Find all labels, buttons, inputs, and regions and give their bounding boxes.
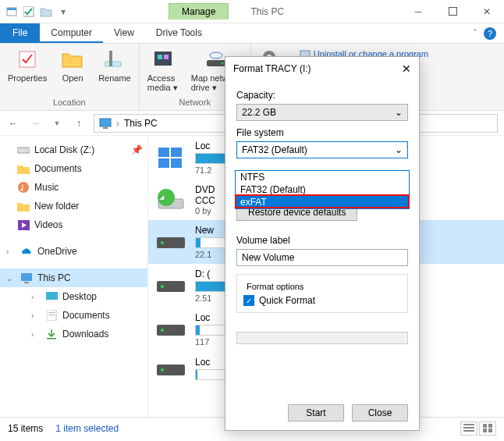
help-icon[interactable]: ? bbox=[484, 27, 496, 40]
dropdown-option-exfat[interactable]: exFAT bbox=[236, 196, 409, 208]
manage-context-tab[interactable]: Manage bbox=[169, 3, 229, 20]
forward-button[interactable]: → bbox=[28, 116, 42, 130]
computer-tab[interactable]: Computer bbox=[40, 23, 103, 43]
dialog-close-button[interactable]: ✕ bbox=[402, 62, 411, 75]
dropdown-option-fat32[interactable]: FAT32 (Default) bbox=[236, 183, 409, 196]
qat-folder-icon[interactable] bbox=[37, 3, 55, 20]
svg-rect-30 bbox=[48, 315, 55, 315]
properties-button[interactable]: Properties bbox=[3, 45, 51, 98]
hdd-icon bbox=[154, 316, 187, 343]
app-icon[interactable] bbox=[3, 3, 20, 20]
svg-rect-31 bbox=[47, 338, 56, 340]
collapse-ribbon-icon[interactable]: ˄ bbox=[473, 28, 477, 39]
access-media-button[interactable]: Access media ▾ bbox=[143, 45, 183, 98]
details-view-button[interactable] bbox=[460, 421, 477, 436]
expand-icon[interactable]: › bbox=[31, 311, 41, 320]
start-button[interactable]: Start bbox=[288, 404, 344, 421]
capacity-label: Capacity: bbox=[236, 90, 408, 101]
qat-checkbox-icon[interactable] bbox=[20, 3, 37, 20]
nav-onedrive[interactable]: ›OneDrive bbox=[0, 242, 147, 261]
nav-videos[interactable]: Videos bbox=[0, 215, 147, 234]
svg-rect-35 bbox=[171, 158, 182, 168]
filesystem-label: File system bbox=[236, 127, 408, 138]
access-media-label: Access media ▾ bbox=[147, 73, 179, 93]
hdd-icon bbox=[154, 272, 187, 299]
close-button[interactable]: ✕ bbox=[470, 0, 504, 23]
progress-bar bbox=[236, 332, 408, 344]
svg-rect-3 bbox=[449, 8, 456, 16]
expand-icon[interactable]: › bbox=[6, 247, 16, 256]
large-icons-view-button[interactable] bbox=[479, 421, 496, 436]
svg-rect-33 bbox=[171, 148, 182, 157]
music-icon bbox=[17, 181, 30, 194]
svg-point-43 bbox=[161, 329, 164, 332]
view-tab[interactable]: View bbox=[103, 23, 145, 43]
open-label: Open bbox=[62, 73, 83, 83]
svg-rect-5 bbox=[105, 62, 121, 66]
expand-icon[interactable]: › bbox=[31, 293, 41, 301]
quick-format-checkbox[interactable]: ✓ Quick Format bbox=[243, 295, 401, 306]
svg-rect-8 bbox=[158, 55, 162, 59]
nav-documents2[interactable]: ›Documents bbox=[0, 306, 147, 325]
dropdown-option-ntfs[interactable]: NTFS bbox=[236, 171, 409, 183]
svg-rect-49 bbox=[483, 424, 487, 428]
window-buttons: ─ ✕ bbox=[401, 0, 504, 23]
svg-rect-52 bbox=[488, 429, 492, 432]
folder-icon bbox=[17, 200, 30, 212]
filesystem-select[interactable]: FAT32 (Default)⌄ bbox=[236, 141, 408, 158]
nav-desktop[interactable]: ›Desktop bbox=[0, 287, 147, 306]
svg-rect-46 bbox=[463, 424, 474, 425]
window-title: This PC bbox=[250, 6, 284, 17]
hdd-icon bbox=[154, 229, 187, 255]
rename-button[interactable]: Rename bbox=[94, 45, 136, 98]
nav-this-pc[interactable]: ⌄This PC bbox=[0, 269, 147, 287]
svg-rect-21 bbox=[17, 148, 30, 153]
nav-music[interactable]: Music bbox=[0, 178, 147, 197]
onedrive-icon bbox=[20, 245, 33, 258]
qat-dropdown-icon[interactable]: ▾ bbox=[55, 3, 72, 20]
drive-tools-tab[interactable]: Drive Tools bbox=[145, 23, 213, 43]
svg-point-12 bbox=[210, 52, 222, 59]
quick-access-toolbar: ▾ bbox=[0, 3, 75, 20]
svg-rect-29 bbox=[48, 312, 55, 313]
checkbox-checked-icon: ✓ bbox=[243, 295, 254, 306]
svg-rect-32 bbox=[158, 148, 169, 157]
svg-rect-6 bbox=[109, 51, 112, 66]
expand-icon[interactable]: › bbox=[31, 330, 41, 339]
nav-documents[interactable]: Documents bbox=[0, 159, 147, 178]
format-options-legend: Format options bbox=[243, 282, 307, 291]
capacity-select[interactable]: 22.2 GB⌄ bbox=[236, 104, 408, 121]
open-button[interactable]: Open bbox=[55, 45, 91, 98]
ribbon-tabs: File Computer View Drive Tools ˄ ? bbox=[0, 23, 504, 44]
maximize-button[interactable] bbox=[435, 0, 470, 23]
nav-new-folder[interactable]: New folder bbox=[0, 197, 147, 215]
close-dialog-button[interactable]: Close bbox=[352, 404, 408, 421]
title-center: Manage This PC bbox=[75, 3, 401, 20]
file-tab[interactable]: File bbox=[0, 23, 40, 43]
videos-icon bbox=[17, 219, 30, 231]
drive-icon bbox=[17, 144, 30, 156]
chevron-down-icon: ⌄ bbox=[395, 107, 403, 118]
address-text: This PC bbox=[124, 118, 158, 129]
format-dialog: Format TRACY (I:) ✕ Capacity: 22.2 GB⌄ F… bbox=[225, 56, 420, 431]
svg-rect-1 bbox=[7, 8, 16, 10]
collapse-icon[interactable]: ⌄ bbox=[6, 274, 16, 283]
nav-local-disk[interactable]: Local Disk (Z:)📌 bbox=[0, 140, 147, 159]
minimize-button[interactable]: ─ bbox=[401, 0, 435, 23]
nav-pane[interactable]: Local Disk (Z:)📌 Documents Music New fol… bbox=[0, 136, 148, 417]
this-pc-icon bbox=[20, 272, 33, 284]
recent-locations-button[interactable]: ▼ bbox=[50, 116, 64, 130]
status-selected: 1 item selected bbox=[55, 423, 119, 434]
filesystem-dropdown-list[interactable]: NTFS FAT32 (Default) exFAT bbox=[235, 170, 410, 209]
svg-rect-19 bbox=[100, 119, 111, 126]
svg-rect-47 bbox=[463, 427, 474, 429]
nav-downloads[interactable]: ›Downloads bbox=[0, 325, 147, 343]
volume-label-input[interactable]: New Volume bbox=[236, 249, 408, 266]
windows-drive-icon bbox=[154, 144, 187, 171]
downloads-icon bbox=[45, 328, 58, 340]
up-button[interactable]: ↑ bbox=[72, 116, 86, 130]
chevron-down-icon: ⌄ bbox=[395, 144, 403, 155]
back-button[interactable]: ← bbox=[6, 116, 20, 130]
desktop-icon bbox=[45, 290, 58, 303]
svg-point-37 bbox=[158, 189, 175, 206]
